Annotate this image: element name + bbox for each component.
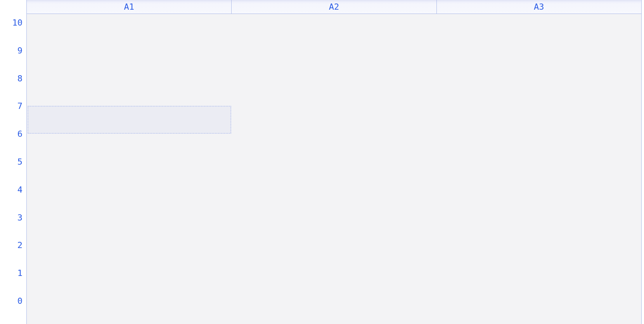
plot-area[interactable] [26,14,642,324]
column-header-label: A2 [329,2,339,12]
y-tick: 1 [17,268,23,278]
y-tick: 3 [17,212,23,222]
y-tick: 4 [17,184,23,194]
y-tick: 9 [17,45,23,55]
column-header-label: A1 [124,2,134,12]
y-tick: 7 [17,101,23,111]
y-tick: 8 [17,73,23,83]
y-tick: 10 [12,18,23,28]
highlighted-region[interactable] [28,106,231,134]
y-tick: 5 [17,157,23,167]
y-tick: 6 [17,129,23,139]
column-header-a2[interactable]: A2 [232,0,436,14]
column-header-a3[interactable]: A3 [437,0,641,14]
column-header-a1[interactable]: A1 [27,0,232,14]
y-tick: 0 [17,296,23,306]
y-axis: 109876543210 [0,14,26,324]
column-header-label: A3 [534,2,544,12]
column-headers: A1 A2 A3 [26,0,642,14]
y-tick: 2 [17,240,23,250]
chart-container: 109876543210 A1 A2 A3 [0,0,644,324]
